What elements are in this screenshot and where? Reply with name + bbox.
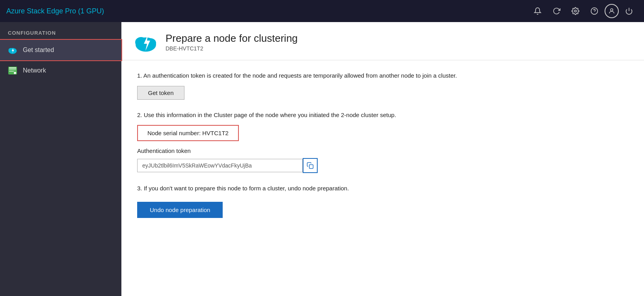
app-title: Azure Stack Edge Pro (1 GPU) bbox=[6, 7, 104, 15]
step-3-text: 3. If you don't want to prepare this nod… bbox=[137, 184, 628, 193]
header-cloud-icon bbox=[134, 30, 158, 54]
refresh-icon[interactable] bbox=[548, 2, 565, 20]
cloud-icon bbox=[8, 45, 17, 55]
copy-token-button[interactable] bbox=[303, 158, 318, 173]
sidebar-item-get-started[interactable]: Get started bbox=[0, 40, 121, 60]
svg-rect-11 bbox=[9, 69, 16, 70]
svg-point-3 bbox=[610, 9, 613, 11]
step-1-text: 1. An authentication token is created fo… bbox=[137, 71, 628, 80]
undo-node-preparation-button[interactable]: Undo node preparation bbox=[137, 202, 223, 218]
step-2-text: 2. Use this information in the Cluster p… bbox=[137, 111, 628, 120]
sidebar-section-configuration: CONFIGURATION bbox=[0, 22, 121, 40]
get-token-button[interactable]: Get token bbox=[137, 86, 184, 100]
token-row bbox=[137, 158, 628, 173]
content-body: 1. An authentication token is created fo… bbox=[121, 60, 644, 296]
svg-point-13 bbox=[14, 72, 16, 74]
content-header-text: Prepare a node for clustering DBE-HVTC1T… bbox=[166, 32, 298, 52]
sidebar: CONFIGURATION Get started bbox=[0, 22, 121, 296]
auth-token-input[interactable] bbox=[137, 159, 303, 172]
device-name: DBE-HVTC1T2 bbox=[166, 45, 298, 52]
help-icon[interactable] bbox=[586, 2, 603, 20]
sidebar-item-network[interactable]: Network bbox=[0, 60, 121, 81]
main-layout: CONFIGURATION Get started bbox=[0, 22, 644, 296]
user-icon[interactable] bbox=[605, 4, 619, 18]
power-icon[interactable] bbox=[620, 2, 638, 20]
bell-icon[interactable] bbox=[529, 2, 546, 20]
sidebar-item-network-label: Network bbox=[23, 67, 46, 74]
svg-rect-18 bbox=[309, 165, 313, 169]
sidebar-item-get-started-label: Get started bbox=[23, 47, 54, 54]
topbar: Azure Stack Edge Pro (1 GPU) bbox=[0, 0, 644, 22]
step-3: 3. If you don't want to prepare this nod… bbox=[137, 184, 628, 218]
node-serial-box: Node serial number: HVTC1T2 bbox=[137, 125, 239, 141]
step-1: 1. An authentication token is created fo… bbox=[137, 71, 628, 100]
step-2: 2. Use this information in the Cluster p… bbox=[137, 111, 628, 173]
settings-icon[interactable] bbox=[567, 2, 584, 20]
svg-rect-12 bbox=[9, 71, 14, 72]
network-icon bbox=[8, 66, 17, 75]
content-header: Prepare a node for clustering DBE-HVTC1T… bbox=[121, 22, 644, 60]
auth-token-label: Authentication token bbox=[137, 147, 628, 154]
topbar-icons bbox=[529, 2, 638, 20]
svg-rect-10 bbox=[9, 67, 16, 69]
node-serial-label: Node serial number: HVTC1T2 bbox=[147, 130, 229, 136]
content-area: Prepare a node for clustering DBE-HVTC1T… bbox=[121, 22, 644, 296]
page-title: Prepare a node for clustering bbox=[166, 32, 298, 45]
svg-point-0 bbox=[575, 10, 577, 12]
